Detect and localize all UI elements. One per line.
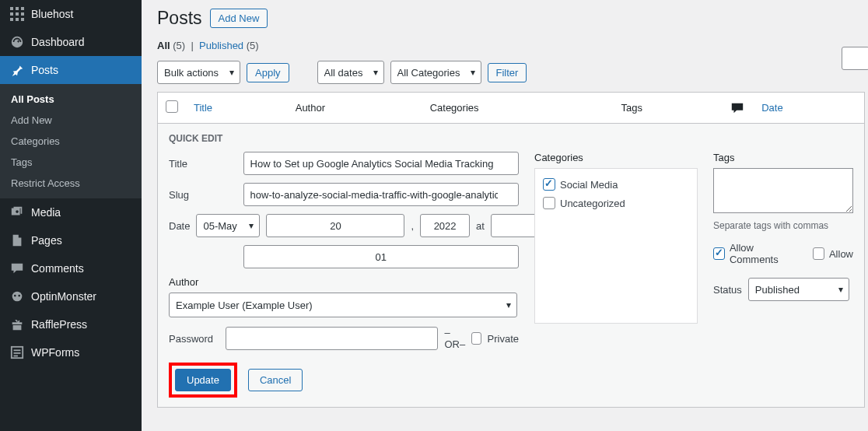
- cancel-button[interactable]: Cancel: [248, 369, 303, 391]
- date-year-input[interactable]: [420, 214, 470, 237]
- sidebar-item-pages[interactable]: Pages: [0, 226, 142, 254]
- category-label: Uncategorized: [560, 198, 625, 209]
- sidebar-item-dashboard[interactable]: Dashboard: [0, 28, 142, 56]
- update-button[interactable]: Update: [175, 369, 231, 391]
- sidebar-item-posts[interactable]: Posts: [0, 56, 142, 84]
- author-label: Author: [169, 276, 519, 288]
- pin-icon: [9, 62, 25, 78]
- sidebar-item-label: RafflePress: [31, 318, 87, 331]
- page-icon: [9, 233, 25, 248]
- svg-rect-7: [16, 18, 19, 21]
- add-new-button[interactable]: Add New: [210, 9, 268, 28]
- comment-icon: [730, 101, 746, 115]
- sidebar-item-label: Media: [31, 206, 61, 219]
- title-input[interactable]: [243, 152, 519, 175]
- category-checkbox[interactable]: [543, 197, 555, 209]
- date-min-input[interactable]: [243, 245, 519, 268]
- filter-button[interactable]: Filter: [488, 63, 527, 82]
- allow-comments-label: Allow Comments: [730, 242, 800, 265]
- slug-input[interactable]: [243, 183, 519, 206]
- sidebar-subitem-restrict[interactable]: Restrict Access: [0, 173, 142, 194]
- dashboard-icon: [9, 34, 25, 50]
- tags-hint: Separate tags with commas: [713, 220, 853, 231]
- categories-box[interactable]: Social Media Uncategorized: [534, 168, 698, 324]
- status-label: Status: [713, 284, 742, 296]
- svg-rect-0: [10, 7, 13, 10]
- sidebar-item-optinmonster[interactable]: OptinMonster: [0, 282, 142, 310]
- category-item[interactable]: Social Media: [543, 175, 689, 194]
- bulk-actions-select[interactable]: Bulk actions: [157, 61, 240, 84]
- filter-all-link[interactable]: All: [157, 40, 170, 51]
- slug-label: Slug: [169, 189, 237, 201]
- allow-comments-checkbox[interactable]: [713, 247, 725, 260]
- col-tags[interactable]: Tags: [613, 93, 723, 124]
- svg-rect-6: [10, 18, 13, 21]
- svg-rect-1: [16, 7, 19, 10]
- category-item[interactable]: Uncategorized: [543, 194, 689, 212]
- status-select[interactable]: Published: [748, 278, 849, 301]
- author-select[interactable]: Example User (Example User): [169, 293, 517, 317]
- form-icon: [9, 345, 25, 360]
- allow-pings-checkbox[interactable]: [813, 247, 824, 260]
- tags-input[interactable]: [713, 168, 853, 213]
- search-input[interactable]: [842, 47, 868, 70]
- grid-icon: [9, 6, 25, 22]
- svg-point-12: [18, 295, 20, 297]
- allow-pings-label: Allow: [829, 248, 853, 260]
- tags-heading: Tags: [713, 152, 853, 163]
- svg-rect-3: [10, 12, 13, 16]
- posts-table: Title Author Categories Tags Date QUICK …: [157, 92, 865, 408]
- apply-button[interactable]: Apply: [247, 63, 289, 82]
- sidebar-item-label: Posts: [31, 64, 58, 76]
- media-icon: [9, 205, 25, 220]
- sidebar-item-label: Pages: [31, 234, 62, 247]
- select-all-checkbox[interactable]: [166, 100, 178, 113]
- password-label: Password: [169, 333, 219, 345]
- gift-icon: [9, 317, 25, 332]
- sidebar-item-wpforms[interactable]: WPForms: [0, 338, 142, 366]
- sidebar-item-media[interactable]: Media: [0, 198, 142, 226]
- sidebar-posts-submenu: All Posts Add New Categories Tags Restri…: [0, 84, 142, 198]
- private-label: Private: [488, 333, 519, 345]
- date-day-input[interactable]: [266, 214, 404, 237]
- svg-rect-4: [16, 12, 19, 16]
- sidebar-subitem-tags[interactable]: Tags: [0, 152, 142, 173]
- sidebar-item-rafflepress[interactable]: RafflePress: [0, 310, 142, 338]
- svg-rect-8: [21, 18, 24, 21]
- category-filter-select[interactable]: All Categories: [390, 61, 481, 84]
- col-categories[interactable]: Categories: [422, 93, 614, 124]
- quick-edit-row: QUICK EDIT Title Slug: [158, 124, 865, 408]
- sidebar-item-label: WPForms: [31, 346, 79, 359]
- svg-point-9: [16, 210, 19, 213]
- categories-heading: Categories: [534, 152, 698, 163]
- password-input[interactable]: [226, 327, 438, 350]
- svg-rect-2: [21, 7, 24, 10]
- category-checkbox[interactable]: [543, 178, 555, 191]
- sidebar-item-comments[interactable]: Comments: [0, 254, 142, 282]
- svg-point-10: [12, 292, 23, 302]
- sidebar-item-bluehost[interactable]: Bluehost: [0, 0, 142, 28]
- filter-published-link[interactable]: Published: [199, 40, 243, 51]
- post-status-filter: All (5) | Published (5): [157, 40, 852, 51]
- main-content: Posts Add New All (5) | Published (5) Bu…: [142, 0, 868, 431]
- sidebar-subitem-categories[interactable]: Categories: [0, 131, 142, 152]
- title-label: Title: [169, 158, 237, 170]
- col-title[interactable]: Title: [186, 93, 288, 124]
- sidebar-item-label: Bluehost: [31, 8, 73, 20]
- sidebar-item-label: OptinMonster: [31, 290, 96, 303]
- sidebar-subitem-all-posts[interactable]: All Posts: [0, 89, 142, 110]
- comment-icon: [9, 261, 25, 276]
- monster-icon: [9, 289, 25, 304]
- sidebar-item-label: Dashboard: [31, 36, 85, 48]
- col-comments[interactable]: [723, 93, 754, 124]
- category-label: Social Media: [560, 179, 618, 191]
- svg-point-11: [14, 295, 16, 297]
- sidebar-subitem-add-new[interactable]: Add New: [0, 110, 142, 131]
- col-date[interactable]: Date: [754, 93, 864, 124]
- sidebar-item-label: Comments: [31, 262, 84, 275]
- col-author[interactable]: Author: [288, 93, 422, 124]
- date-at-label: at: [476, 220, 485, 232]
- date-month-select[interactable]: 05-May: [196, 214, 260, 237]
- date-filter-select[interactable]: All dates: [317, 61, 384, 84]
- private-checkbox[interactable]: [471, 332, 481, 345]
